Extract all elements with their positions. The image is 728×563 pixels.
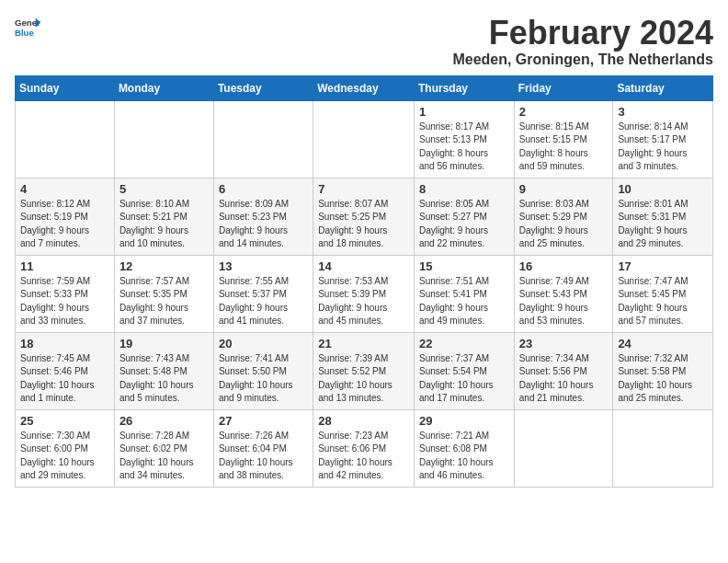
day-cell: 13Sunrise: 7:55 AM Sunset: 5:37 PM Dayli… [213, 255, 313, 332]
day-cell [514, 409, 613, 487]
day-info: Sunrise: 8:14 AM Sunset: 5:17 PM Dayligh… [618, 121, 709, 174]
day-number: 16 [519, 259, 609, 273]
day-cell: 1Sunrise: 8:17 AM Sunset: 5:13 PM Daylig… [415, 100, 515, 178]
day-info: Sunrise: 7:39 AM Sunset: 5:52 PM Dayligh… [318, 352, 410, 406]
day-header-tuesday: Tuesday [213, 75, 313, 100]
week-row-3: 11Sunrise: 7:59 AM Sunset: 5:33 PM Dayli… [16, 255, 713, 332]
day-info: Sunrise: 7:59 AM Sunset: 5:33 PM Dayligh… [20, 275, 110, 328]
day-header-thursday: Thursday [415, 75, 515, 100]
day-info: Sunrise: 7:32 AM Sunset: 5:58 PM Dayligh… [618, 352, 709, 406]
day-info: Sunrise: 7:26 AM Sunset: 6:04 PM Dayligh… [219, 430, 309, 483]
day-cell: 12Sunrise: 7:57 AM Sunset: 5:35 PM Dayli… [114, 255, 213, 332]
day-cell: 26Sunrise: 7:28 AM Sunset: 6:02 PM Dayli… [114, 409, 213, 487]
header-row: SundayMondayTuesdayWednesdayThursdayFrid… [16, 75, 713, 100]
day-number: 10 [618, 182, 709, 196]
day-number: 26 [119, 414, 210, 428]
day-number: 20 [219, 337, 309, 350]
day-info: Sunrise: 8:07 AM Sunset: 5:25 PM Dayligh… [318, 198, 410, 251]
day-cell: 22Sunrise: 7:37 AM Sunset: 5:54 PM Dayli… [415, 332, 515, 409]
logo-icon: General Blue [15, 15, 40, 40]
day-cell: 20Sunrise: 7:41 AM Sunset: 5:50 PM Dayli… [213, 332, 313, 409]
day-number: 29 [419, 414, 510, 428]
day-cell: 9Sunrise: 8:03 AM Sunset: 5:29 PM Daylig… [514, 178, 613, 255]
week-row-5: 25Sunrise: 7:30 AM Sunset: 6:00 PM Dayli… [16, 409, 713, 487]
day-info: Sunrise: 8:15 AM Sunset: 5:15 PM Dayligh… [519, 121, 609, 174]
day-cell: 6Sunrise: 8:09 AM Sunset: 5:23 PM Daylig… [213, 178, 313, 255]
day-cell: 21Sunrise: 7:39 AM Sunset: 5:52 PM Dayli… [313, 332, 415, 409]
day-number: 7 [318, 182, 410, 196]
day-number: 5 [119, 182, 210, 196]
day-cell: 23Sunrise: 7:34 AM Sunset: 5:56 PM Dayli… [514, 332, 613, 409]
day-info: Sunrise: 7:30 AM Sunset: 6:00 PM Dayligh… [20, 430, 110, 483]
day-number: 27 [219, 414, 309, 428]
day-number: 15 [419, 259, 510, 273]
day-info: Sunrise: 7:57 AM Sunset: 5:35 PM Dayligh… [119, 275, 210, 328]
day-info: Sunrise: 8:12 AM Sunset: 5:19 PM Dayligh… [20, 198, 110, 251]
day-info: Sunrise: 7:55 AM Sunset: 5:37 PM Dayligh… [219, 275, 309, 328]
day-cell [114, 100, 213, 178]
week-row-1: 1Sunrise: 8:17 AM Sunset: 5:13 PM Daylig… [16, 100, 713, 178]
title-area: February 2024 Meeden, Groningen, The Net… [452, 15, 713, 68]
day-number: 17 [618, 259, 709, 273]
calendar-page: General Blue February 2024 Meeden, Groni… [0, 0, 728, 497]
day-info: Sunrise: 7:43 AM Sunset: 5:48 PM Dayligh… [119, 352, 210, 406]
day-number: 28 [318, 414, 410, 428]
day-number: 9 [519, 182, 609, 196]
day-cell [16, 100, 115, 178]
calendar-title: February 2024 [452, 15, 713, 52]
day-info: Sunrise: 7:51 AM Sunset: 5:41 PM Dayligh… [419, 275, 510, 328]
day-cell: 5Sunrise: 8:10 AM Sunset: 5:21 PM Daylig… [114, 178, 213, 255]
day-info: Sunrise: 7:49 AM Sunset: 5:43 PM Dayligh… [519, 275, 609, 328]
day-number: 1 [419, 105, 510, 119]
calendar-subtitle: Meeden, Groningen, The Netherlands [452, 52, 713, 68]
day-cell: 17Sunrise: 7:47 AM Sunset: 5:45 PM Dayli… [613, 255, 713, 332]
day-number: 2 [519, 105, 609, 119]
day-cell: 18Sunrise: 7:45 AM Sunset: 5:46 PM Dayli… [16, 332, 115, 409]
day-info: Sunrise: 7:45 AM Sunset: 5:46 PM Dayligh… [20, 352, 110, 406]
day-number: 19 [119, 337, 210, 350]
day-info: Sunrise: 7:47 AM Sunset: 5:45 PM Dayligh… [618, 275, 709, 328]
day-cell: 25Sunrise: 7:30 AM Sunset: 6:00 PM Dayli… [16, 409, 115, 487]
week-row-2: 4Sunrise: 8:12 AM Sunset: 5:19 PM Daylig… [16, 178, 713, 255]
day-number: 18 [20, 337, 110, 350]
day-number: 22 [419, 337, 510, 350]
week-row-4: 18Sunrise: 7:45 AM Sunset: 5:46 PM Dayli… [16, 332, 713, 409]
day-info: Sunrise: 7:34 AM Sunset: 5:56 PM Dayligh… [519, 352, 609, 406]
calendar-table: SundayMondayTuesdayWednesdayThursdayFrid… [15, 75, 713, 488]
day-cell: 7Sunrise: 8:07 AM Sunset: 5:25 PM Daylig… [313, 178, 415, 255]
day-cell: 16Sunrise: 7:49 AM Sunset: 5:43 PM Dayli… [514, 255, 613, 332]
day-number: 25 [20, 414, 110, 428]
day-cell: 8Sunrise: 8:05 AM Sunset: 5:27 PM Daylig… [415, 178, 515, 255]
day-number: 11 [20, 259, 110, 273]
day-number: 14 [318, 259, 410, 273]
day-number: 12 [119, 259, 210, 273]
day-cell: 11Sunrise: 7:59 AM Sunset: 5:33 PM Dayli… [16, 255, 115, 332]
day-number: 23 [519, 337, 609, 350]
day-cell: 3Sunrise: 8:14 AM Sunset: 5:17 PM Daylig… [613, 100, 713, 178]
day-number: 21 [318, 337, 410, 350]
day-number: 4 [20, 182, 110, 196]
day-number: 6 [219, 182, 309, 196]
day-cell: 28Sunrise: 7:23 AM Sunset: 6:06 PM Dayli… [313, 409, 415, 487]
day-info: Sunrise: 8:01 AM Sunset: 5:31 PM Dayligh… [618, 198, 709, 251]
day-info: Sunrise: 7:21 AM Sunset: 6:08 PM Dayligh… [419, 430, 510, 483]
day-cell: 15Sunrise: 7:51 AM Sunset: 5:41 PM Dayli… [415, 255, 515, 332]
day-info: Sunrise: 8:05 AM Sunset: 5:27 PM Dayligh… [419, 198, 510, 251]
day-number: 8 [419, 182, 510, 196]
day-number: 3 [618, 105, 709, 119]
day-number: 24 [618, 337, 709, 350]
day-cell [213, 100, 313, 178]
svg-text:Blue: Blue [15, 28, 34, 38]
day-cell [313, 100, 415, 178]
day-info: Sunrise: 7:28 AM Sunset: 6:02 PM Dayligh… [119, 430, 210, 483]
day-info: Sunrise: 8:10 AM Sunset: 5:21 PM Dayligh… [119, 198, 210, 251]
day-cell: 24Sunrise: 7:32 AM Sunset: 5:58 PM Dayli… [613, 332, 713, 409]
day-cell: 10Sunrise: 8:01 AM Sunset: 5:31 PM Dayli… [613, 178, 713, 255]
day-header-monday: Monday [114, 75, 213, 100]
day-info: Sunrise: 7:37 AM Sunset: 5:54 PM Dayligh… [419, 352, 510, 406]
day-info: Sunrise: 7:53 AM Sunset: 5:39 PM Dayligh… [318, 275, 410, 328]
day-info: Sunrise: 8:17 AM Sunset: 5:13 PM Dayligh… [419, 121, 510, 174]
header-area: General Blue February 2024 Meeden, Groni… [15, 15, 713, 68]
day-cell: 4Sunrise: 8:12 AM Sunset: 5:19 PM Daylig… [16, 178, 115, 255]
day-cell: 29Sunrise: 7:21 AM Sunset: 6:08 PM Dayli… [415, 409, 515, 487]
